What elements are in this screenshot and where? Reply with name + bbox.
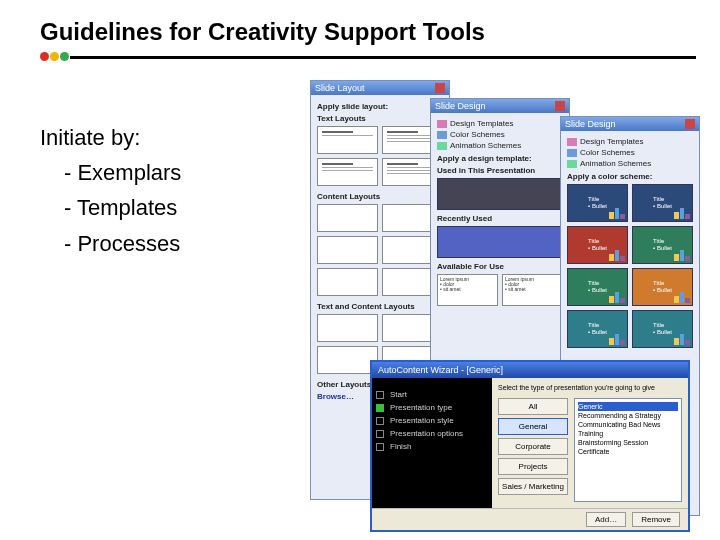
pane-title-layout: Slide Layout bbox=[315, 83, 365, 93]
add-button[interactable]: Add… bbox=[586, 512, 626, 527]
wizard-step-options[interactable]: Presentation options bbox=[376, 429, 488, 438]
color-scheme-thumb[interactable]: Title• Bullet bbox=[632, 268, 693, 306]
wizard-step-style[interactable]: Presentation style bbox=[376, 416, 488, 425]
used-label: Used in This Presentation bbox=[437, 166, 563, 175]
template-thumb[interactable]: Lorem ipsum• dolor• sit amet bbox=[437, 274, 498, 306]
color-scheme-grid: Title• Bullet Title• Bullet Title• Bulle… bbox=[567, 184, 693, 348]
color-scheme-thumb[interactable]: Title• Bullet bbox=[632, 184, 693, 222]
wizard-step-type[interactable]: Presentation type bbox=[376, 403, 488, 412]
close-icon[interactable] bbox=[685, 119, 695, 129]
color-scheme-thumb[interactable]: Title• Bullet bbox=[567, 226, 628, 264]
list-item[interactable]: Recommending a Strategy bbox=[578, 411, 678, 420]
wizard-right-panel: Select the type of presentation you're g… bbox=[492, 378, 688, 508]
wizard-steps-nav: Start Presentation type Presentation sty… bbox=[372, 378, 492, 508]
layout-thumb[interactable] bbox=[317, 346, 378, 374]
wizard-presentation-list[interactable]: Generic Recommending a Strategy Communic… bbox=[574, 398, 682, 502]
pane-title-design1: Slide Design bbox=[435, 101, 486, 111]
recent-label: Recently Used bbox=[437, 214, 563, 223]
autocontent-wizard-window: AutoContent Wizard - [Generic] Start Pre… bbox=[370, 360, 690, 532]
pane-header-layout[interactable]: Slide Layout bbox=[311, 81, 449, 95]
wizard-body: Start Presentation type Presentation sty… bbox=[372, 378, 688, 508]
bullet-dot-yellow bbox=[50, 52, 59, 61]
list-item[interactable]: Training bbox=[578, 429, 678, 438]
pane-header-design2[interactable]: Slide Design bbox=[561, 117, 699, 131]
wizard-step-start[interactable]: Start bbox=[376, 390, 488, 399]
wizard-prompt: Select the type of presentation you're g… bbox=[498, 384, 682, 391]
cat-all[interactable]: All bbox=[498, 398, 568, 415]
step-box-icon bbox=[376, 443, 384, 451]
layout-thumb[interactable] bbox=[317, 268, 378, 296]
used-template-thumb[interactable] bbox=[437, 178, 563, 210]
close-icon[interactable] bbox=[555, 101, 565, 111]
color-scheme-thumb[interactable]: Title• Bullet bbox=[567, 184, 628, 222]
step-box-icon bbox=[376, 391, 384, 399]
layout-thumb[interactable] bbox=[317, 158, 378, 186]
opt-animation-schemes-2[interactable]: Animation Schemes bbox=[567, 159, 693, 168]
opt-color-schemes[interactable]: Color Schemes bbox=[437, 130, 563, 139]
design1-body: Design Templates Color Schemes Animation… bbox=[431, 113, 569, 310]
cat-general[interactable]: General bbox=[498, 418, 568, 435]
color-scheme-thumb[interactable]: Title• Bullet bbox=[632, 226, 693, 264]
opt-animation-schemes[interactable]: Animation Schemes bbox=[437, 141, 563, 150]
avail-label: Available For Use bbox=[437, 262, 563, 271]
layout-thumb[interactable] bbox=[317, 204, 378, 232]
color-scheme-thumb[interactable]: Title• Bullet bbox=[567, 268, 628, 306]
cat-sales-marketing[interactable]: Sales / Marketing bbox=[498, 478, 568, 495]
layout-thumb[interactable] bbox=[317, 314, 378, 342]
step-box-icon bbox=[376, 404, 384, 412]
horizontal-rule bbox=[70, 56, 696, 59]
cat-projects[interactable]: Projects bbox=[498, 458, 568, 475]
list-item[interactable]: Brainstorming Session bbox=[578, 438, 678, 447]
color-scheme-thumb[interactable]: Title• Bullet bbox=[632, 310, 693, 348]
list-item[interactable]: Certificate bbox=[578, 447, 678, 456]
design2-body: Design Templates Color Schemes Animation… bbox=[561, 131, 699, 352]
opt-color-schemes-2[interactable]: Color Schemes bbox=[567, 148, 693, 157]
pane-header-design1[interactable]: Slide Design bbox=[431, 99, 569, 113]
cat-corporate[interactable]: Corporate bbox=[498, 438, 568, 455]
design2-options: Design Templates Color Schemes Animation… bbox=[567, 137, 693, 168]
remove-button[interactable]: Remove bbox=[632, 512, 680, 527]
anim-icon bbox=[437, 142, 447, 150]
apply-layout-label: Apply slide layout: bbox=[317, 102, 443, 111]
layout-thumb[interactable] bbox=[317, 126, 378, 154]
text-content-layouts-label: Text and Content Layouts bbox=[317, 302, 443, 311]
design1-options: Design Templates Color Schemes Animation… bbox=[437, 119, 563, 150]
step-box-icon bbox=[376, 417, 384, 425]
layout-thumb[interactable] bbox=[317, 236, 378, 264]
template-thumb[interactable]: Lorem ipsum• dolor• sit amet bbox=[502, 274, 563, 306]
bullet-dot-green bbox=[60, 52, 69, 61]
text-layouts-label: Text Layouts bbox=[317, 114, 443, 123]
color-icon bbox=[567, 149, 577, 157]
bullet-processes: - Processes bbox=[40, 226, 300, 261]
wizard-step-finish[interactable]: Finish bbox=[376, 442, 488, 451]
opt-design-templates[interactable]: Design Templates bbox=[437, 119, 563, 128]
slide-title: Guidelines for Creativity Support Tools bbox=[40, 18, 696, 46]
list-item[interactable]: Generic bbox=[578, 402, 678, 411]
close-icon[interactable] bbox=[435, 83, 445, 93]
step-box-icon bbox=[376, 430, 384, 438]
list-item[interactable]: Communicating Bad News bbox=[578, 420, 678, 429]
avail-grid: Lorem ipsum• dolor• sit amet Lorem ipsum… bbox=[437, 274, 563, 306]
title-rule bbox=[40, 52, 696, 62]
content-layouts-grid bbox=[317, 204, 443, 296]
wizard-title-text: AutoContent Wizard - [Generic] bbox=[378, 365, 503, 375]
recent-template-thumb[interactable] bbox=[437, 226, 563, 258]
opt-design-templates-2[interactable]: Design Templates bbox=[567, 137, 693, 146]
bullet-templates: - Templates bbox=[40, 190, 300, 225]
pane-title-design2: Slide Design bbox=[565, 119, 616, 129]
anim-icon bbox=[567, 160, 577, 168]
bullet-dot-red bbox=[40, 52, 49, 61]
slide-title-area: Guidelines for Creativity Support Tools bbox=[0, 0, 720, 66]
apply-template-label: Apply a design template: bbox=[437, 154, 563, 163]
color-icon bbox=[437, 131, 447, 139]
wizard-category-buttons: All General Corporate Projects Sales / M… bbox=[498, 398, 568, 502]
slide-body-text: Initiate by: - Exemplars - Templates - P… bbox=[40, 120, 300, 261]
wizard-titlebar[interactable]: AutoContent Wizard - [Generic] bbox=[372, 362, 688, 378]
color-scheme-thumb[interactable]: Title• Bullet bbox=[567, 310, 628, 348]
templates-icon bbox=[437, 120, 447, 128]
text-layouts-grid bbox=[317, 126, 443, 186]
templates-icon bbox=[567, 138, 577, 146]
lead-line: Initiate by: bbox=[40, 120, 300, 155]
bullet-exemplars: - Exemplars bbox=[40, 155, 300, 190]
wizard-footer: Add… Remove bbox=[372, 508, 688, 530]
